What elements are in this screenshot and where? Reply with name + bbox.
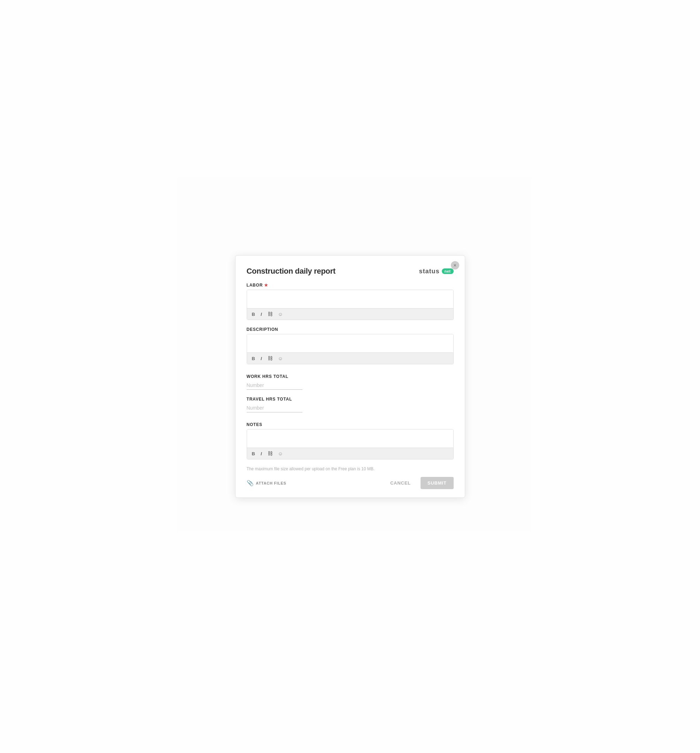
notes-toolbar: B I ⛓ ☺	[247, 448, 453, 459]
dialog-overlay: Construction daily report status net × L…	[0, 0, 700, 753]
paperclip-icon: 📎	[247, 480, 254, 486]
attach-files-label: ATTACH FILES	[256, 481, 286, 485]
cancel-button[interactable]: CANCEL	[386, 477, 415, 489]
description-link-button[interactable]: ⛓	[266, 355, 274, 362]
notes-emoji-button[interactable]: ☺	[277, 450, 284, 457]
labor-input[interactable]	[247, 290, 453, 308]
dialog-header: Construction daily report status net	[247, 267, 454, 276]
travel-hrs-field-group: TRAVEL HRS TOTAL	[247, 397, 454, 412]
work-hrs-label: WORK HRS TOTAL	[247, 374, 454, 379]
brand-area: status net	[419, 268, 453, 275]
notes-italic-button[interactable]: I	[259, 450, 263, 457]
description-editor: B I ⛓ ☺	[247, 334, 454, 364]
notes-input[interactable]	[247, 430, 453, 448]
labor-emoji-button[interactable]: ☺	[277, 311, 284, 317]
dialog-footer: 📎 ATTACH FILES CANCEL SUBMIT	[247, 477, 454, 489]
submit-button[interactable]: SUBMIT	[421, 477, 454, 489]
notes-editor: B I ⛓ ☺	[247, 429, 454, 459]
description-input[interactable]	[247, 334, 453, 352]
description-bold-button[interactable]: B	[251, 355, 256, 362]
labor-editor: B I ⛓ ☺	[247, 290, 454, 320]
dialog-container: Construction daily report status net × L…	[235, 255, 465, 498]
travel-hrs-input[interactable]	[247, 404, 302, 412]
dialog-title: Construction daily report	[247, 267, 335, 276]
description-label: DESCRIPTION	[247, 327, 454, 332]
brand-badge: net	[442, 269, 454, 274]
close-button[interactable]: ×	[451, 261, 459, 269]
notes-link-button[interactable]: ⛓	[266, 450, 274, 457]
work-hrs-input[interactable]	[247, 381, 302, 390]
attach-files-button[interactable]: 📎 ATTACH FILES	[247, 480, 287, 486]
description-toolbar: B I ⛓ ☺	[247, 352, 453, 364]
brand-text: status	[419, 268, 440, 275]
description-italic-button[interactable]: I	[259, 355, 263, 362]
description-emoji-button[interactable]: ☺	[277, 355, 284, 362]
labor-italic-button[interactable]: I	[259, 311, 263, 317]
labor-bold-button[interactable]: B	[251, 311, 256, 317]
notes-label: NOTES	[247, 422, 454, 427]
labor-link-button[interactable]: ⛓	[266, 311, 274, 317]
labor-field-group: LABOR★ B I ⛓ ☺	[247, 283, 454, 320]
footer-actions: CANCEL SUBMIT	[386, 477, 454, 489]
work-hrs-field-group: WORK HRS TOTAL	[247, 374, 454, 390]
notes-bold-button[interactable]: B	[251, 450, 256, 457]
labor-label: LABOR★	[247, 283, 454, 287]
description-field-group: DESCRIPTION B I ⛓ ☺	[247, 327, 454, 364]
notes-field-group: NOTES B I ⛓ ☺	[247, 422, 454, 459]
travel-hrs-label: TRAVEL HRS TOTAL	[247, 397, 454, 401]
required-indicator: ★	[264, 283, 268, 287]
file-size-info: The maximum file size allowed per upload…	[247, 466, 454, 471]
labor-toolbar: B I ⛓ ☺	[247, 308, 453, 320]
